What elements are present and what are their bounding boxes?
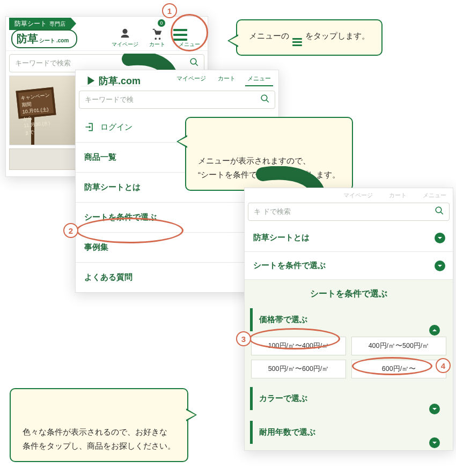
menu-label: 商品一覧 bbox=[84, 152, 116, 162]
cart-count-badge: 0 bbox=[158, 19, 165, 27]
menu-item-about[interactable]: 防草シートとは bbox=[245, 224, 453, 252]
mobile-screenshot-filters: マイページ カート メニュー キ ドで検索 防草シートとは シートを条件で選ぶ … bbox=[244, 188, 453, 451]
cart-icon bbox=[151, 28, 163, 40]
callout-step2: メニューが表示されますので、 “シートを条件で選ぶ”をタップします。 bbox=[185, 117, 353, 191]
chevron-up-icon bbox=[429, 325, 440, 336]
chevron-down-icon bbox=[429, 404, 440, 414]
search-placeholder: キ ドで検索 bbox=[248, 207, 430, 217]
filter-section-color[interactable]: カラーで選ぶ bbox=[250, 387, 447, 410]
callout-step3: 色々な条件が表示されるので、お好きな 条件をタップし、商品をお探しください。 bbox=[10, 388, 188, 462]
tab-strip-faded: マイページ カート メニュー bbox=[245, 188, 453, 199]
chevron-down-icon bbox=[435, 261, 445, 271]
signboard-icon: キャンペーン期間 10.月01.(土)から 11.月30.(水)まで bbox=[16, 87, 56, 118]
menu-label: 防草シートとは bbox=[84, 182, 141, 192]
badge-line2: 専門店 bbox=[49, 21, 65, 27]
search-placeholder: キーワードで検 bbox=[79, 95, 255, 105]
login-icon bbox=[84, 122, 95, 132]
hamburger-icon-inline bbox=[292, 38, 302, 46]
tab-mypage[interactable]: マイページ bbox=[174, 75, 208, 86]
step1-marker: 1 bbox=[162, 3, 177, 18]
store-badge: 防草シート 専門店 bbox=[9, 18, 71, 30]
menu-label: 事例集 bbox=[84, 242, 108, 252]
search-bar[interactable]: キ ドで検索 bbox=[248, 203, 450, 221]
hamburger-icon bbox=[173, 29, 205, 41]
price-option[interactable]: 400円/㎡〜500円/㎡ bbox=[351, 337, 446, 355]
logo-sub1: シート bbox=[39, 37, 55, 44]
step2-marker: 2 bbox=[63, 223, 78, 238]
filter-section-durability[interactable]: 耐用年数で選ぶ bbox=[250, 421, 447, 444]
section-label: 耐用年数で選ぶ bbox=[259, 427, 315, 436]
filter-section-price[interactable]: 価格帯で選ぶ bbox=[250, 308, 447, 331]
mypage-button[interactable]: マイページ bbox=[109, 28, 141, 50]
section-label: カラーで選ぶ bbox=[259, 393, 307, 403]
menu-label: 防草シートとは bbox=[253, 233, 310, 243]
menu-label: ログイン bbox=[100, 122, 133, 132]
callout2-text: メニューが表示されますので、 “シートを条件で選ぶ”をタップします。 bbox=[198, 156, 340, 179]
menu-button[interactable]: メニュー bbox=[173, 29, 205, 50]
price-option[interactable]: 500円/㎡〜600円/㎡ bbox=[251, 360, 346, 378]
search-icon[interactable] bbox=[430, 206, 449, 218]
badge-line1: 防草シート bbox=[14, 20, 47, 27]
cart-button[interactable]: 0 カート bbox=[141, 28, 173, 50]
logo-main: 防草 bbox=[17, 32, 38, 46]
chevron-down-icon bbox=[435, 233, 445, 243]
menu-label: メニュー bbox=[179, 41, 200, 47]
cart-label: カート bbox=[149, 41, 165, 47]
filter-panel-title: シートを条件で選ぶ bbox=[250, 288, 447, 300]
search-icon[interactable] bbox=[255, 94, 275, 106]
menu-label: よくある質問 bbox=[84, 272, 133, 282]
price-option[interactable]: 600円/㎡〜 bbox=[351, 360, 446, 378]
callout1-pre: メニューの bbox=[249, 31, 289, 40]
search-icon[interactable] bbox=[185, 57, 204, 70]
chevron-down-icon bbox=[429, 437, 440, 448]
price-option[interactable]: 100円/㎡〜400円/㎡ bbox=[251, 337, 346, 355]
menu-label: シートを条件で選ぶ bbox=[253, 261, 326, 271]
tab-cart[interactable]: カート bbox=[216, 75, 238, 86]
logo-sub2: .com bbox=[56, 38, 69, 43]
step4-marker: 4 bbox=[436, 358, 451, 373]
callout-step1: メニューの をタップします。 bbox=[236, 19, 383, 56]
price-options: 100円/㎡〜400円/㎡ 400円/㎡〜500円/㎡ 500円/㎡〜600円/… bbox=[250, 334, 447, 387]
callout3-text: 色々な条件が表示されるので、お好きな 条件をタップし、商品をお探しください。 bbox=[23, 427, 175, 450]
site-logo-small[interactable]: ▶ 防草.com bbox=[81, 75, 141, 86]
menu-item-filter[interactable]: シートを条件で選ぶ bbox=[245, 252, 453, 280]
menu-label: シートを条件で選ぶ bbox=[84, 212, 157, 222]
section-label: 価格帯で選ぶ bbox=[259, 315, 307, 324]
step3-marker: 3 bbox=[236, 331, 251, 346]
tab-menu[interactable]: メニュー bbox=[245, 75, 273, 86]
search-placeholder: キーワードで検索 bbox=[10, 58, 185, 68]
filter-panel: シートを条件で選ぶ 価格帯で選ぶ 100円/㎡〜400円/㎡ 400円/㎡〜50… bbox=[245, 280, 453, 450]
callout1-post: をタップします。 bbox=[305, 31, 370, 40]
mypage-label: マイページ bbox=[112, 41, 138, 47]
search-bar[interactable]: キーワードで検 bbox=[79, 91, 275, 109]
user-icon bbox=[119, 28, 131, 40]
